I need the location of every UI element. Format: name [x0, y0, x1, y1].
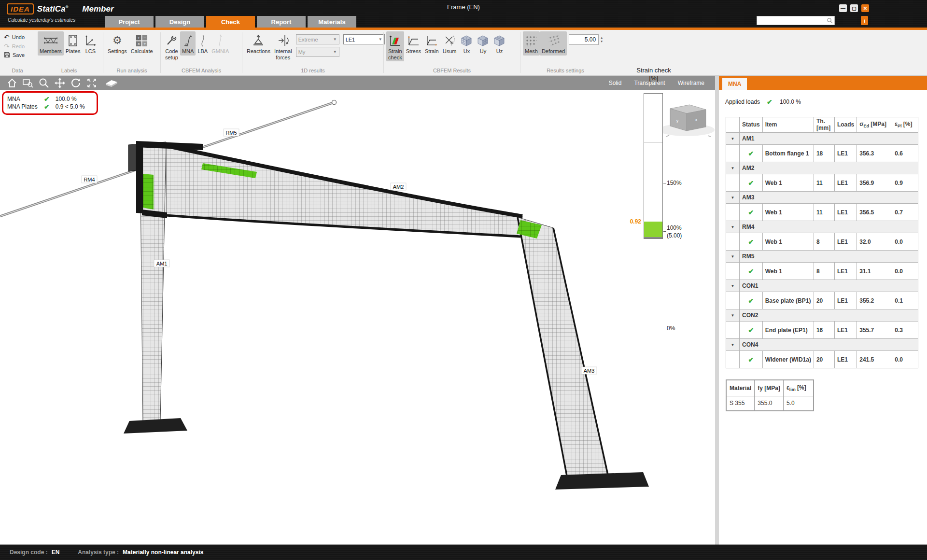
- zoom-fit-button[interactable]: [84, 77, 99, 89]
- collapse-arrow-icon[interactable]: ▼: [726, 133, 740, 145]
- group-row-CON1[interactable]: ▼ CON1: [726, 280, 918, 292]
- zoom-button[interactable]: [36, 77, 52, 89]
- group-label-run: Run analysis: [103, 67, 160, 75]
- spinner-arrows[interactable]: ▲▼: [599, 34, 603, 45]
- legend-title: Strain check[%]: [627, 67, 681, 83]
- group-row-CON2[interactable]: ▼ CON2: [726, 309, 918, 322]
- result-row[interactable]: ✔ Bottom flange 1 18 LE1 356.3 0.6: [726, 145, 918, 162]
- mna-icon: [183, 33, 193, 48]
- collapse-arrow-icon[interactable]: ▼: [726, 280, 740, 292]
- svg-text:x: x: [695, 117, 698, 122]
- tab-check[interactable]: Check: [206, 16, 255, 28]
- viewport-3d[interactable]: y x RM5 RM4 AM2 AM1 AM3 MNA ✔ 100.0 % MN…: [0, 90, 715, 545]
- lcs-button[interactable]: LCS: [82, 31, 98, 56]
- column-header: fy [MPa]: [755, 380, 784, 396]
- mesh-button[interactable]: Mesh: [523, 31, 540, 56]
- pan-button[interactable]: [52, 77, 68, 89]
- search-input[interactable]: [757, 17, 825, 24]
- plates-icon: [68, 33, 78, 48]
- internal-forces-button[interactable]: Internal forces: [272, 31, 294, 61]
- search-box[interactable]: [757, 16, 835, 25]
- close-button[interactable]: ✕: [861, 4, 869, 12]
- applied-loads-value: 100.0 %: [780, 98, 801, 105]
- members-button[interactable]: Members: [38, 31, 64, 56]
- loadcase-dropdown[interactable]: LE1▼: [343, 34, 385, 44]
- tab-design[interactable]: Design: [155, 16, 204, 28]
- usum-icon: [443, 33, 456, 48]
- member-label-RM5[interactable]: RM5: [224, 129, 239, 136]
- group-row-RM5[interactable]: ▼ RM5: [726, 251, 918, 263]
- usum-button[interactable]: Usum: [441, 31, 459, 56]
- group-row-AM3[interactable]: ▼ AM3: [726, 192, 918, 204]
- ux-button[interactable]: Ux: [458, 31, 475, 56]
- panel-splitter[interactable]: [715, 76, 719, 545]
- deformed-scale-input[interactable]: 5.00: [569, 34, 599, 45]
- group-row-CON4[interactable]: ▼ CON4: [726, 339, 918, 351]
- result-row[interactable]: ✔ Web 1 8 LE1 31.1 0.0: [726, 263, 918, 280]
- rotate-button[interactable]: [68, 77, 84, 89]
- strain-button[interactable]: Strain: [423, 31, 441, 56]
- gmnia-button[interactable]: GMNIA: [210, 31, 231, 56]
- collapse-arrow-icon[interactable]: ▼: [726, 251, 740, 263]
- code-setup-button[interactable]: Code setup: [163, 31, 180, 61]
- extreme-dropdown[interactable]: Extreme▼: [296, 34, 339, 44]
- group-row-RM4[interactable]: ▼ RM4: [726, 221, 918, 233]
- tab-project[interactable]: Project: [105, 16, 154, 28]
- tab-materials[interactable]: Materials: [308, 16, 356, 28]
- zoom-window-button[interactable]: [20, 77, 36, 89]
- collapse-arrow-icon[interactable]: ▼: [726, 221, 740, 233]
- group-row-AM1[interactable]: ▼ AM1: [726, 133, 918, 145]
- member-label-RM4[interactable]: RM4: [82, 176, 97, 183]
- result-row[interactable]: ✔ Base plate (BP1) 20 LE1 355.2 0.1: [726, 292, 918, 309]
- save-button[interactable]: Save: [4, 52, 34, 58]
- material-row[interactable]: S 355355.05.0: [726, 396, 814, 411]
- clipping-button[interactable]: [103, 77, 119, 89]
- collapse-arrow-icon[interactable]: ▼: [726, 339, 740, 351]
- result-row[interactable]: ✔ End plate (EP1) 16 LE1 355.7 0.3: [726, 322, 918, 339]
- stress-cell: 32.0: [857, 233, 892, 251]
- result-row[interactable]: ✔ Web 1 11 LE1 356.9 0.9: [726, 174, 918, 192]
- result-row[interactable]: ✔ Widener (WID1a) 20 LE1 241.5 0.0: [726, 351, 918, 368]
- uz-button[interactable]: Uz: [491, 31, 507, 56]
- redo-button[interactable]: ↷ Redo: [4, 42, 34, 50]
- view-cube[interactable]: y x: [656, 105, 715, 137]
- tab-report[interactable]: Report: [257, 16, 306, 28]
- result-row[interactable]: ✔ Web 1 8 LE1 32.0 0.0: [726, 233, 918, 251]
- member-label-AM2[interactable]: AM2: [391, 183, 406, 190]
- chevron-down-icon: ▼: [379, 37, 382, 42]
- group-row-AM2[interactable]: ▼ AM2: [726, 162, 918, 174]
- stress-button[interactable]: Stress: [404, 31, 423, 56]
- group-name: CON2: [740, 309, 918, 322]
- my-dropdown[interactable]: My▼: [296, 47, 339, 57]
- redo-icon: ↷: [4, 42, 10, 50]
- legend-limit-line: [644, 142, 662, 142]
- check-icon: ✔: [44, 95, 50, 103]
- lba-button[interactable]: LBA: [196, 31, 210, 56]
- view-mode-wireframe[interactable]: Wireframe: [678, 80, 704, 86]
- calculate-button[interactable]: + − × ÷ Calculate: [129, 31, 155, 56]
- uy-button[interactable]: Uy: [475, 31, 491, 56]
- collapse-arrow-icon[interactable]: ▼: [726, 192, 740, 204]
- settings-button[interactable]: ⚙ Settings: [106, 31, 129, 56]
- collapse-arrow-icon[interactable]: ▼: [726, 162, 740, 174]
- deformed-button[interactable]: Deformed: [540, 31, 567, 56]
- window-title: Frame (EN): [396, 3, 531, 11]
- maximize-button[interactable]: ▢: [850, 4, 858, 12]
- undo-button[interactable]: ↶ Undo: [4, 33, 34, 41]
- legend-limit-label: 100%: [667, 224, 682, 231]
- member-label-AM3[interactable]: AM3: [581, 367, 597, 374]
- reactions-button[interactable]: Reactions: [245, 31, 272, 56]
- legend-tick: [663, 231, 666, 232]
- panel-tab-mna[interactable]: MNA: [722, 78, 747, 90]
- strain-icon: [425, 33, 438, 48]
- collapse-arrow-icon[interactable]: ▼: [726, 309, 740, 322]
- view-mode-solid[interactable]: Solid: [609, 80, 622, 86]
- minimize-button[interactable]: —: [839, 4, 847, 12]
- member-label-AM1[interactable]: AM1: [154, 260, 169, 267]
- info-button[interactable]: i: [861, 16, 868, 25]
- home-view-button[interactable]: [4, 77, 20, 89]
- result-row[interactable]: ✔ Web 1 11 LE1 356.5 0.7: [726, 204, 918, 221]
- plates-button[interactable]: Plates: [64, 31, 83, 56]
- strain-check-button[interactable]: Strain check: [386, 31, 404, 61]
- mna-button[interactable]: MNA: [180, 31, 196, 56]
